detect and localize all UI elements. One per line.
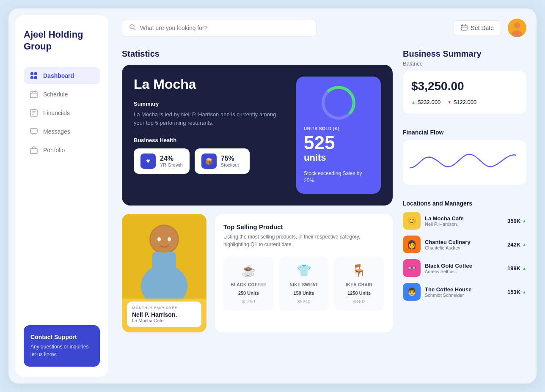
summary-text: La Mocha is led by Neil P. Harrison and … <box>134 110 286 127</box>
svg-point-21 <box>514 22 520 28</box>
loc-avatar-blackgold: 👓 <box>403 259 421 277</box>
balance-label: Balance <box>403 60 526 67</box>
flow-chart <box>403 140 526 185</box>
statistics-title: Statistics <box>122 49 393 59</box>
employee-cafe: La Mocha Cafe <box>132 318 196 323</box>
units-number: 525 <box>304 134 373 152</box>
stat-card: La Mocha Summary La Mocha is led by Neil… <box>122 65 393 206</box>
svg-line-15 <box>134 28 135 30</box>
svg-rect-2 <box>30 76 33 79</box>
loc-avatar-lamocha: 😊 <box>403 212 421 230</box>
loc-info-coffeehouse: The Coffee House Schmidt Schneider <box>425 286 503 298</box>
svg-rect-3 <box>34 76 37 79</box>
product-units-sweat: 150 Units <box>294 291 314 296</box>
loc-info-lamocha: La Mocha Cafe Neil P. Harrison. <box>425 215 503 227</box>
svg-rect-1 <box>34 72 37 75</box>
svg-rect-4 <box>30 92 37 98</box>
calendar-icon <box>461 24 468 32</box>
arrow-up-icon: ▲ <box>411 100 416 104</box>
financial-flow-label: Financial Flow <box>403 129 526 136</box>
sidebar-item-dashboard[interactable]: Dashboard <box>24 67 100 84</box>
loc-value-blackgold: 199K ▲ <box>507 265 526 271</box>
balance-up: ▲ $232.000 <box>411 99 440 105</box>
bottom-section: MONTHLY EMPLOYEE Neil P. Harrison. La Mo… <box>122 214 393 332</box>
user-avatar <box>508 19 526 37</box>
main-content: Set Date Statistics L <box>115 8 537 384</box>
sidebar: Ajeel Holding Group Dashboard <box>15 15 108 377</box>
loc-manager-blackgold: Aurelis Selhus <box>425 269 503 274</box>
search-icon <box>129 24 136 32</box>
employee-name: Neil P. Harrison. <box>132 311 196 318</box>
support-title: Contact Support <box>30 334 93 340</box>
search-bar[interactable] <box>122 19 317 37</box>
product-card-chair: 🪑 IKEA CHAIR 1250 Units $8402 <box>334 257 384 311</box>
sidebar-item-label: Dashboard <box>43 72 74 79</box>
donut-chart <box>322 86 355 120</box>
loc-manager-coffeehouse: Schmidt Schneider <box>425 293 503 298</box>
product-name-coffee: BLACK COFFEE <box>231 282 266 287</box>
svg-point-28 <box>168 237 171 241</box>
left-panel: Statistics La Mocha Summary La Mocha is … <box>122 49 393 332</box>
loc-info-blackgold: Black Gold Coffee Aurelis Selhus <box>425 263 503 274</box>
messages-icon <box>30 127 38 136</box>
sidebar-logo: Ajeel Holding Group <box>24 29 100 52</box>
loc-info-chanteu: Chanteu Culinary Chantelie Audrey <box>425 239 503 250</box>
sidebar-item-portfolio[interactable]: Portfolio <box>24 142 100 159</box>
set-date-button[interactable]: Set Date <box>454 20 501 36</box>
sidebar-item-label: Schedule <box>43 91 68 98</box>
product-cards: ☕ BLACK COFFEE 250 Units $1250 👕 NIKE SW… <box>223 257 384 311</box>
sidebar-item-label: Portfolio <box>43 147 65 154</box>
units-label: UNITS SOLD (K) <box>304 126 373 131</box>
loc-avatar-coffeehouse: 👨 <box>403 283 421 301</box>
loc-value-lamocha: 350K ▲ <box>507 218 526 224</box>
financials-icon <box>30 109 38 117</box>
units-sub: units <box>304 152 373 163</box>
health-badge-stockout: 📦 75% Stockout <box>195 148 250 174</box>
sidebar-item-schedule[interactable]: Schedule <box>24 86 100 103</box>
sidebar-item-messages[interactable]: Messages <box>24 123 100 140</box>
arrow-down-icon: ▼ <box>447 100 451 104</box>
search-input[interactable] <box>140 25 309 31</box>
loc-name-coffeehouse: The Coffee House <box>425 286 503 293</box>
balance-row: ▲ $232.000 ▼ $122.000 <box>411 99 518 105</box>
support-text: Any questions or inquiries let us know. <box>30 343 93 358</box>
balance-card: $3,250.00 ▲ $232.000 ▼ $122.000 <box>403 71 526 114</box>
top-selling-title: Top Selling Product <box>223 223 384 230</box>
loc-up-icon: ▲ <box>522 242 526 247</box>
svg-point-26 <box>151 226 178 253</box>
loc-name-chanteu: Chanteu Culinary <box>425 239 503 245</box>
svg-rect-25 <box>152 252 176 282</box>
location-item-lamocha: 😊 La Mocha Cafe Neil P. Harrison. 350K ▲ <box>403 212 526 230</box>
stat-name: La Mocha <box>134 77 286 92</box>
loc-value-chanteu: 242K ▲ <box>507 241 526 248</box>
chair-icon: 🪑 <box>352 263 366 277</box>
svg-rect-12 <box>30 129 37 133</box>
top-selling-desc: Listing the most selling products, in th… <box>223 233 384 248</box>
employee-card: MONTHLY EMPLOYEE Neil P. Harrison. La Mo… <box>122 214 206 332</box>
product-units-coffee: 250 Units <box>238 291 259 296</box>
product-name-chair: IKEA CHAIR <box>346 282 372 287</box>
units-note: Stock exceeding Sales by 25%. <box>304 170 373 184</box>
right-panel: Business Summary Balance $3,250.00 ▲ $23… <box>403 49 526 332</box>
balance-down: ▼ $122.000 <box>447 99 476 105</box>
schedule-icon <box>30 90 38 99</box>
business-summary-header: Business Summary Balance $3,250.00 ▲ $23… <box>403 49 526 121</box>
location-item-chanteu: 👩 Chanteu Culinary Chantelie Audrey 242K… <box>403 236 526 253</box>
locations-section: Locations and Managers 😊 La Mocha Cafe N… <box>403 200 526 307</box>
health-label: Business Health <box>134 137 286 143</box>
growth-label: YR Growth <box>160 162 183 167</box>
top-selling-section: Top Selling Product Listing the most sel… <box>215 214 393 332</box>
svg-rect-0 <box>30 72 33 75</box>
sidebar-item-label: Messages <box>43 128 70 135</box>
health-badges: ♥ 24% YR Growth 📦 75% <box>134 148 286 174</box>
product-card-coffee: ☕ BLACK COFFEE 250 Units $1250 <box>223 257 274 311</box>
sidebar-item-financials[interactable]: Financials <box>24 104 100 121</box>
balance-up-value: $232.000 <box>418 99 440 105</box>
product-price-chair: $8402 <box>352 299 366 304</box>
employee-photo <box>122 214 206 299</box>
employee-monthly-label: MONTHLY EMPLOYEE <box>132 306 196 310</box>
product-price-sweat: $5240 <box>297 299 311 304</box>
coffee-icon: ☕ <box>241 263 256 277</box>
loc-manager-lamocha: Neil P. Harrison. <box>425 222 503 227</box>
heart-icon: ♥ <box>140 154 156 169</box>
